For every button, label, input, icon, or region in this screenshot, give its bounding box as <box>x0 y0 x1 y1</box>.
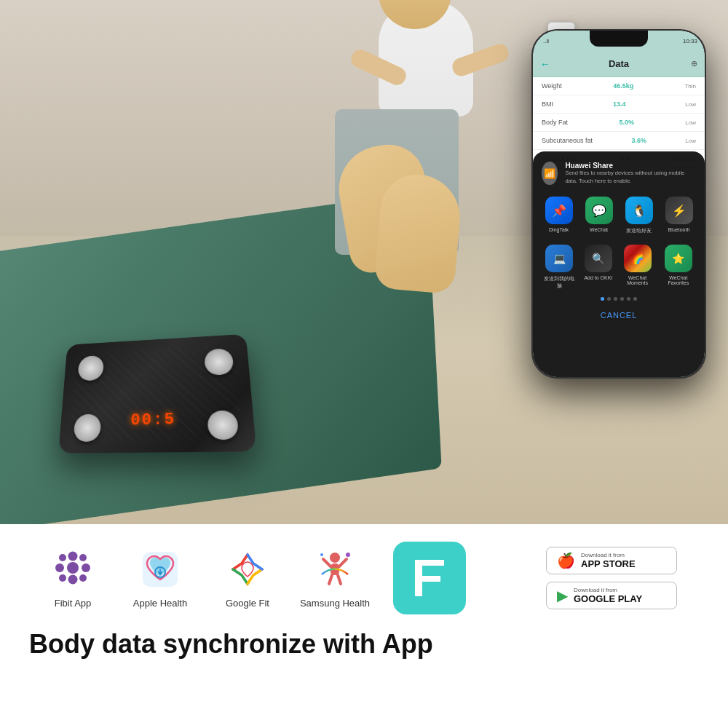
google-play-text: Download it from GOOGLE PLAY <box>574 587 642 604</box>
fitbit-icon-container <box>50 547 95 592</box>
download-badges: 🍎 Download it from APP STORE ▶ Download … <box>546 547 677 609</box>
share-apps-row-2: 💻 发送到我的电脑 🔍 Add to OKKI 🌈 <box>533 239 705 294</box>
weight-status: Thin <box>684 83 696 90</box>
bmi-value: 13.4 <box>613 100 626 108</box>
qq-label: 发送给好友 <box>626 227 652 234</box>
signal-icon: ..ll <box>543 38 549 44</box>
fitbit-icon <box>52 549 93 590</box>
body-fat-row: Body Fat 5.0% Low <box>533 114 705 132</box>
fitbit-app-name: Fibit App <box>55 598 92 610</box>
body-fat-status: Low <box>685 119 696 126</box>
svg-point-19 <box>320 553 323 556</box>
apple-icon: 🍎 <box>557 552 575 569</box>
app-f-icon <box>393 542 466 614</box>
samsung-health-icon <box>314 549 355 590</box>
svg-line-16 <box>329 575 332 584</box>
apple-health-icon-container <box>138 547 183 592</box>
status-time: 10:33 <box>683 38 697 44</box>
svg-point-0 <box>59 554 66 561</box>
svg-line-15 <box>339 559 347 566</box>
sensor-top-left <box>77 355 104 381</box>
svg-point-18 <box>346 553 350 557</box>
google-fit-icon <box>227 549 268 590</box>
samsung-health-icon-container <box>312 547 357 592</box>
wifi-icon: 📶 <box>544 168 555 179</box>
share-app-dingtalk[interactable]: 📌 DingTalk <box>545 197 573 234</box>
play-icon: ▶ <box>557 587 568 604</box>
share-button[interactable]: ⊕ <box>691 59 697 68</box>
google-fit-app-name: Google Fit <box>226 598 269 610</box>
fitbit-app-item: Fibit App <box>29 547 116 610</box>
share-app-wechat-fav[interactable]: ⭐ WeChat Favorites <box>662 245 695 290</box>
dot-3 <box>614 297 617 301</box>
dot-5 <box>627 297 630 301</box>
share-app-sendpc[interactable]: 💻 发送到我的电脑 <box>543 245 575 290</box>
back-button[interactable]: ← <box>540 58 550 70</box>
app-store-badge[interactable]: 🍎 Download it from APP STORE <box>546 547 677 574</box>
dot-2 <box>607 297 611 301</box>
pagination-dots <box>533 294 705 304</box>
f-letter-icon <box>400 549 459 607</box>
okki-label: Add to OKKI <box>584 275 612 280</box>
body-fat-value: 5.0% <box>619 119 634 126</box>
svg-point-1 <box>68 551 78 561</box>
cancel-button[interactable]: CANCEL <box>533 304 705 324</box>
apple-health-item: Apple Health <box>116 547 204 610</box>
qq-icon: 🐧 <box>625 197 653 224</box>
svg-point-4 <box>67 562 79 574</box>
svg-line-14 <box>323 559 331 566</box>
dingtalk-label: DingTalk <box>549 227 569 232</box>
app-icons-row: Fibit App Apple Health <box>0 524 728 622</box>
share-popup: 📶 Huawei Share Send files to nearby devi… <box>533 151 705 377</box>
hero-photo: 00:5 ..ll 10:33 ← Data ⊕ Weight 46.5kg <box>0 0 728 524</box>
svg-point-6 <box>59 574 66 582</box>
share-apps-row-1: 📌 DingTalk 💬 WeChat 🐧 发送 <box>533 191 705 239</box>
share-app-qq[interactable]: 🐧 发送给好友 <box>625 197 653 234</box>
phone-notch <box>590 31 648 47</box>
svg-line-17 <box>338 575 341 584</box>
google-play-badge[interactable]: ▶ Download it from GOOGLE PLAY <box>546 582 677 609</box>
svg-point-3 <box>55 563 64 572</box>
samsung-health-item: Samsung Health <box>291 547 379 610</box>
bottom-section: Fibit App Apple Health <box>0 524 728 728</box>
wechat-fav-icon: ⭐ <box>665 245 692 272</box>
bluetooth-icon: ⚡ <box>665 197 693 224</box>
sendpc-icon: 💻 <box>545 245 573 272</box>
sensor-bottom-left <box>74 414 102 442</box>
wechat-moments-label: WeChat Moments <box>622 275 654 285</box>
subcut-label: Subcutaneous fat <box>542 137 593 144</box>
sendpc-label: 发送到我的电脑 <box>543 275 575 290</box>
subcut-fat-row: Subcutaneous fat 3.6% Low <box>533 132 705 150</box>
svg-point-5 <box>82 563 90 572</box>
app-store-big-label: APP STORE <box>581 558 636 569</box>
sensor-top-right <box>204 348 234 376</box>
subcut-value: 3.6% <box>631 137 646 144</box>
wechat-moments-icon: 🌈 <box>624 245 652 272</box>
leg-left <box>373 172 464 295</box>
huawei-desc: Send files to nearby devices without usi… <box>565 170 696 185</box>
phone-mockup: ..ll 10:33 ← Data ⊕ Weight 46.5kg Thin B… <box>531 29 706 379</box>
app-store-text: Download it from APP STORE <box>581 552 636 569</box>
svg-point-2 <box>79 554 87 561</box>
wechat-label: WeChat <box>590 227 608 232</box>
share-app-bluetooth[interactable]: ⚡ Bluetooth <box>665 197 693 234</box>
svg-point-7 <box>68 574 78 584</box>
weight-label: Weight <box>542 82 562 90</box>
body-fat-label: Body Fat <box>542 119 568 126</box>
dot-4 <box>620 297 624 301</box>
svg-point-8 <box>79 574 87 582</box>
okki-icon: 🔍 <box>585 245 612 272</box>
bmi-status: Low <box>685 101 696 108</box>
share-app-wechat-moments[interactable]: 🌈 WeChat Moments <box>622 245 654 290</box>
google-play-small-label: Download it from <box>574 587 642 593</box>
wechat-icon: 💬 <box>585 197 613 224</box>
share-app-wechat[interactable]: 💬 WeChat <box>585 197 613 234</box>
share-app-okki[interactable]: 🔍 Add to OKKI <box>584 245 612 290</box>
huawei-share-icon: 📶 <box>542 162 558 185</box>
bmi-row: BMI 13.4 Low <box>533 95 705 114</box>
phone-screen: ..ll 10:33 ← Data ⊕ Weight 46.5kg Thin B… <box>533 31 705 377</box>
bmi-label: BMI <box>542 100 553 108</box>
weight-row: Weight 46.5kg Thin <box>533 77 705 95</box>
dot-1 <box>601 297 604 301</box>
dingtalk-icon: 📌 <box>545 197 573 224</box>
